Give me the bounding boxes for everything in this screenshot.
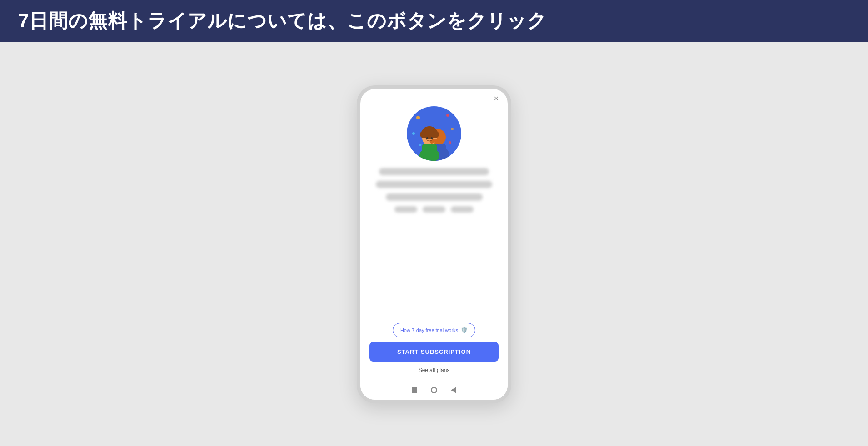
svg-point-5 — [419, 144, 422, 146]
svg-point-3 — [451, 128, 454, 130]
phone-frame: × — [357, 85, 511, 403]
close-button[interactable]: × — [494, 94, 499, 103]
svg-rect-16 — [422, 144, 437, 157]
blurred-line-1 — [379, 168, 489, 175]
hero-image — [407, 106, 461, 161]
blurred-mini-block — [394, 206, 474, 213]
blurred-line-3 — [386, 193, 483, 201]
phone-content: How 7-day free trial works 🛡️ START SUBS… — [360, 103, 508, 382]
svg-point-2 — [446, 114, 449, 117]
svg-point-18 — [431, 137, 433, 139]
nav-home-icon[interactable] — [431, 387, 437, 393]
start-subscription-button[interactable]: START SUBSCRIPTION — [369, 342, 499, 362]
trial-link-text: How 7-day free trial works — [400, 327, 458, 333]
top-banner: 7日間の無料トライアルについては、このボタンをクリック — [0, 0, 868, 42]
blurred-content — [369, 168, 499, 213]
main-content: × — [0, 42, 868, 446]
svg-point-15 — [425, 127, 434, 135]
blurred-mini-3 — [451, 206, 474, 213]
hero-illustration — [407, 106, 461, 161]
trial-link[interactable]: How 7-day free trial works 🛡️ — [393, 323, 475, 337]
trial-link-icon: 🛡️ — [461, 327, 468, 333]
svg-point-4 — [412, 132, 415, 135]
phone-top-bar: × — [360, 89, 508, 103]
blurred-line-2 — [376, 181, 492, 188]
svg-point-1 — [416, 116, 420, 119]
cta-section: START SUBSCRIPTION See all plans — [369, 342, 499, 378]
svg-point-6 — [449, 141, 451, 144]
see-all-plans-link[interactable]: See all plans — [417, 365, 452, 375]
nav-square-icon[interactable] — [412, 387, 417, 393]
banner-text: 7日間の無料トライアルについては、このボタンをクリック — [18, 8, 547, 34]
phone-bottom-bar — [360, 382, 508, 400]
trial-link-container: How 7-day free trial works 🛡️ — [369, 323, 499, 337]
blurred-mini-1 — [394, 206, 417, 213]
svg-point-17 — [426, 137, 428, 139]
blurred-mini-2 — [423, 206, 445, 213]
nav-back-icon[interactable] — [451, 387, 456, 393]
